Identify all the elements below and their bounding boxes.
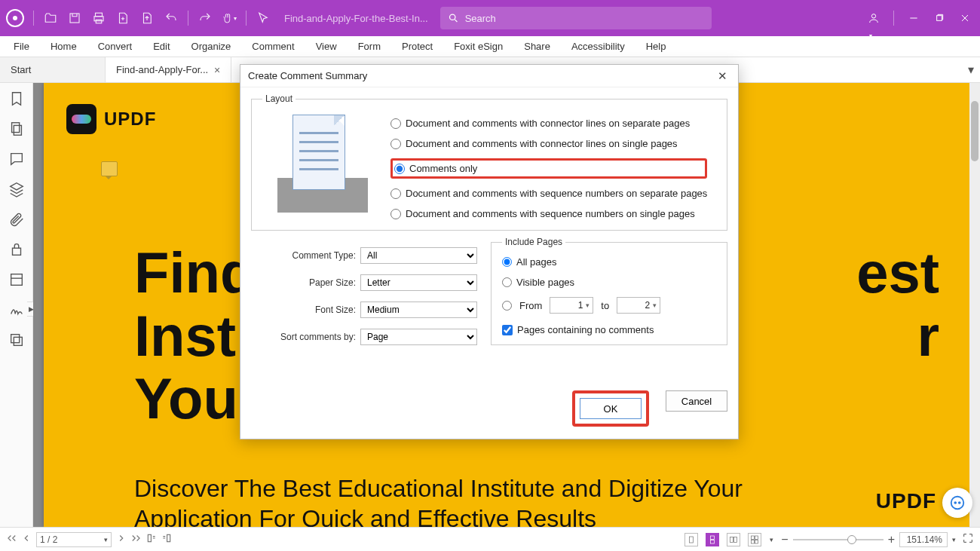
- include-range[interactable]: From 1▾ to 2▾: [502, 297, 716, 314]
- tab-start[interactable]: Start: [0, 57, 106, 82]
- titlebar: ▾ Find-and-Apply-For-the-Best-In... ▾: [0, 0, 980, 36]
- scrollbar[interactable]: [969, 83, 980, 527]
- include-visible-pages[interactable]: Visible pages: [502, 277, 716, 288]
- new-file-icon[interactable]: [115, 11, 130, 26]
- next-page-icon[interactable]: [116, 533, 127, 546]
- range-from-input[interactable]: 1▾: [550, 297, 593, 314]
- layout-fieldset: Layout Document and comments with connec…: [251, 93, 727, 231]
- menu-protect[interactable]: Protect: [391, 38, 443, 55]
- svg-rect-25: [752, 540, 755, 543]
- svg-rect-1: [96, 13, 103, 17]
- comment-marker-icon[interactable]: [101, 161, 118, 176]
- tab-overflow-icon[interactable]: ▾: [962, 57, 980, 82]
- menu-view[interactable]: View: [305, 38, 348, 55]
- layout-option-1[interactable]: Document and comments with connector lin…: [390, 138, 707, 149]
- svg-rect-3: [96, 20, 102, 23]
- fields-icon[interactable]: [8, 271, 25, 288]
- layers-icon[interactable]: [8, 181, 25, 197]
- hand-icon[interactable]: ▾: [222, 11, 237, 26]
- reflow-icon-2[interactable]: [161, 533, 172, 546]
- comment-type-select[interactable]: All: [360, 247, 477, 264]
- cancel-button[interactable]: Cancel: [666, 390, 727, 412]
- page-number-input[interactable]: 1 / 2▾: [36, 532, 112, 547]
- view-continuous-icon[interactable]: [706, 533, 719, 546]
- select-icon[interactable]: [256, 11, 271, 26]
- dialog-close-icon[interactable]: ✕: [715, 69, 730, 83]
- svg-point-13: [951, 497, 964, 510]
- reflow-icon-1[interactable]: [146, 533, 157, 546]
- zoom-slider[interactable]: [793, 539, 884, 540]
- menu-convert[interactable]: Convert: [87, 38, 143, 55]
- sort-select[interactable]: Page: [360, 329, 477, 345]
- first-page-icon[interactable]: [6, 533, 17, 546]
- signature-icon[interactable]: [8, 302, 25, 318]
- left-rail: ▶: [0, 83, 33, 527]
- page-logo: UPDF: [66, 104, 156, 134]
- pages-icon[interactable]: [8, 121, 25, 137]
- save-icon[interactable]: [67, 11, 82, 26]
- menu-edit[interactable]: Edit: [142, 38, 180, 55]
- menu-accessibility[interactable]: Accessibility: [561, 38, 635, 55]
- undo-icon[interactable]: [164, 11, 179, 26]
- layout-option-2[interactable]: Comments only: [394, 163, 477, 174]
- export-file-icon[interactable]: [139, 11, 155, 26]
- bookmark-icon[interactable]: [8, 90, 25, 107]
- layout-option-4October[interactable]: Document and comments with sequence numb…: [390, 208, 707, 219]
- zoom-dropdown[interactable]: ▾: [952, 536, 956, 543]
- tab-close-icon[interactable]: ×: [214, 64, 220, 76]
- zoom-slider-knob[interactable]: [847, 535, 856, 544]
- search-box[interactable]: [440, 7, 712, 29]
- zoom-value[interactable]: 151.14%: [899, 532, 948, 547]
- ok-button[interactable]: OK: [580, 398, 642, 419]
- include-pages-fieldset: Include Pages All pages Visible pages Fr…: [491, 237, 727, 345]
- dialog-titlebar: Create Comment Summary ✕: [240, 65, 738, 87]
- view-facing-icon[interactable]: [727, 533, 740, 546]
- font-size-label: Font Size:: [315, 305, 356, 315]
- close-icon[interactable]: [959, 12, 971, 24]
- view-mode-dropdown[interactable]: ▾: [770, 536, 773, 543]
- view-facing-cont-icon[interactable]: [748, 533, 761, 546]
- fullscreen-icon[interactable]: [962, 532, 974, 546]
- svg-rect-18: [690, 537, 694, 543]
- menu-organize[interactable]: Organize: [181, 38, 242, 55]
- menu-home[interactable]: Home: [40, 38, 87, 55]
- redo-icon[interactable]: [198, 11, 213, 26]
- menu-file[interactable]: File: [3, 38, 40, 55]
- comments-icon[interactable]: [8, 151, 25, 167]
- user-icon[interactable]: ▾: [868, 12, 880, 24]
- last-page-icon[interactable]: [131, 533, 142, 546]
- paper-size-select[interactable]: Letter: [360, 274, 477, 291]
- svg-point-15: [959, 502, 960, 504]
- zoom-out-icon[interactable]: −: [781, 533, 788, 546]
- security-icon[interactable]: [8, 241, 25, 258]
- ok-highlight: OK: [572, 390, 649, 427]
- svg-rect-7: [11, 123, 19, 133]
- search-input[interactable]: [465, 13, 704, 24]
- duplicate-icon[interactable]: [8, 332, 25, 348]
- include-no-comments[interactable]: Pages containing no comments: [502, 324, 716, 335]
- layout-option-0[interactable]: Document and comments with connector lin…: [390, 118, 707, 129]
- menu-share[interactable]: Share: [513, 38, 561, 55]
- menu-form[interactable]: Form: [348, 38, 391, 55]
- zoom-controls: − + 151.14% ▾: [781, 532, 956, 547]
- zoom-in-icon[interactable]: +: [888, 533, 895, 546]
- prev-page-icon[interactable]: [21, 533, 32, 546]
- comment-type-label: Comment Type:: [292, 250, 356, 261]
- menu-comment[interactable]: Comment: [241, 38, 305, 55]
- menu-esign[interactable]: Foxit eSign: [443, 38, 513, 55]
- restore-icon[interactable]: [933, 12, 945, 24]
- menu-help[interactable]: Help: [635, 38, 677, 55]
- range-to-input[interactable]: 2▾: [617, 297, 660, 314]
- font-size-select[interactable]: Medium: [360, 302, 477, 318]
- tab-document[interactable]: Find-and-Apply-For... ×: [106, 57, 231, 82]
- minimize-icon[interactable]: [908, 12, 920, 24]
- include-all-pages[interactable]: All pages: [502, 256, 716, 268]
- attachment-icon[interactable]: [8, 211, 25, 228]
- layout-option-3[interactable]: Document and comments with sequence numb…: [390, 188, 707, 199]
- print-icon[interactable]: [91, 11, 106, 26]
- search-icon: [448, 12, 459, 24]
- assistant-icon[interactable]: [942, 488, 972, 518]
- view-single-icon[interactable]: [684, 533, 698, 546]
- open-icon[interactable]: [43, 11, 58, 26]
- scrollbar-thumb[interactable]: [971, 101, 978, 161]
